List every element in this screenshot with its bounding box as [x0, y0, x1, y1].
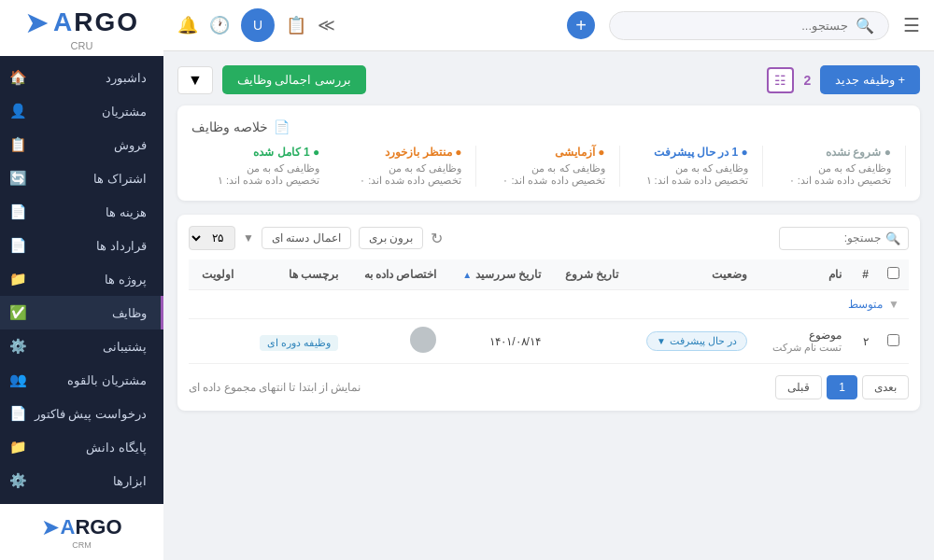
table-toolbar-left: ↻ برون بری اعمال دسته ای ▼ ۲۵ — [189, 226, 443, 250]
summary-col-sub1: وظایفی که به من — [634, 162, 748, 175]
summary-col-sub2: تخصیص داده شده اند: ۰ — [490, 175, 604, 187]
add-button[interactable]: + — [567, 11, 595, 39]
sidebar-item-label-support: پشتیبانی — [34, 340, 147, 354]
logo-crm: CRU — [71, 40, 93, 51]
notification-icon[interactable]: 🔔 — [177, 15, 198, 35]
col-header-2: وضعیت — [628, 259, 757, 290]
bulk-actions-button[interactable]: اعمال دسته ای — [262, 227, 351, 249]
logo: ➤ ARGO CRU — [0, 0, 163, 56]
sidebar-nav: داشبورد 🏠 مشتریان 👤 فروش 📋 اشتراک ها 🔄 ه… — [0, 56, 163, 504]
sidebar-bottom-logo: ➤ ARGO CRM — [0, 504, 163, 560]
sidebar: ➤ ARGO CRU داشبورد 🏠 مشتریان 👤 فروش 📋 اش… — [0, 0, 163, 560]
sidebar-item-contracts[interactable]: قرارداد ها 📄 — [0, 229, 163, 262]
dashboard-icon: 🏠 — [9, 69, 26, 86]
select-all-checkbox[interactable] — [887, 267, 899, 279]
knowledge-icon: 📁 — [9, 439, 26, 455]
sidebar-item-proforma[interactable]: درخواست پیش فاکتور 📄 — [0, 397, 163, 430]
contracts-icon: 📄 — [9, 237, 26, 254]
clipboard-icon[interactable]: 📋 — [286, 15, 306, 35]
sidebar-item-customers[interactable]: مشتریان 👤 — [0, 94, 163, 128]
followup-icon: 👥 — [9, 371, 26, 388]
sidebar-item-label-customers: مشتریان — [34, 105, 147, 119]
search-icon: 🔍 — [856, 17, 874, 35]
table-search-input[interactable] — [787, 231, 881, 245]
summary-col-sub2: تخصیص داده شده اند: ۰ — [347, 175, 461, 187]
pagination-info: نمایش از ابتدا تا انتهای مجموع داده ای — [189, 381, 361, 394]
col-header-4: تاریخ سررسید ▲ — [446, 259, 550, 290]
table-toolbar: 🔍 ↻ برون بری اعمال دسته ای ▼ ۲۵ — [189, 226, 909, 250]
next-page-button[interactable]: بعدی — [862, 375, 909, 399]
summary-col-sub2: تخصیص داده شده اند: ۱ — [205, 175, 319, 187]
chevron-down-icon[interactable]: ▼ — [243, 231, 254, 245]
logo-text: ARGO — [53, 7, 139, 37]
refresh-icon[interactable]: ↻ — [431, 230, 443, 247]
row-checkbox[interactable] — [887, 334, 899, 346]
status-caret-icon: ▼ — [657, 336, 666, 346]
col-header-1: نام — [757, 259, 851, 290]
export-button[interactable]: برون بری — [359, 227, 423, 249]
status-badge[interactable]: در حال پیشرفت ▼ — [646, 331, 747, 351]
badge-number: 2 — [803, 73, 811, 88]
summary-col-sub1: وظایفی که به من — [490, 162, 604, 175]
search-icon-table: 🔍 — [885, 231, 900, 245]
per-page-select[interactable]: ۲۵ — [189, 226, 235, 250]
search-input[interactable] — [624, 19, 848, 33]
assignee-avatar — [410, 327, 436, 353]
clock-icon[interactable]: 🕐 — [209, 15, 230, 35]
share-icon[interactable]: ≪ — [318, 15, 335, 35]
page-1-button[interactable]: 1 — [827, 375, 857, 399]
sidebar-item-followup[interactable]: مشتریان بالقوه 👥 — [0, 363, 163, 397]
pagination-buttons: بعدی 1 قبلی — [775, 375, 909, 399]
filter-button[interactable]: ▼ — [177, 66, 213, 94]
sidebar-item-label-tools: ابزارها — [34, 474, 147, 488]
caret-icon[interactable]: ▼ — [888, 298, 899, 311]
sidebar-item-reports[interactable]: گزارش ها 📊 — [0, 497, 163, 504]
sort-arrow-icon[interactable]: ▲ — [462, 270, 472, 280]
summary-col-title: ● آزمایشی — [490, 146, 604, 159]
tools-icon: ⚙️ — [9, 472, 26, 489]
row-status: در حال پیشرفت ▼ — [628, 319, 757, 364]
row-tag: وظیفه دوره ای — [243, 319, 347, 364]
summary-col-در حال پیشرفت: ● 1 در حال پیشرفت وظایفی که به من تخصیص … — [620, 146, 763, 187]
sidebar-item-tasks[interactable]: وظایف ✅ — [0, 296, 163, 329]
sidebar-item-label-subscriptions: اشتراک ها — [34, 172, 147, 186]
new-task-button[interactable]: + وظیفه جدید — [820, 65, 920, 94]
summary-col-sub1: وظایفی که به من — [777, 162, 891, 175]
summary-col-title: ● 1 کامل شده — [205, 146, 319, 159]
summary-col-sub2: تخصیص داده شده اند: ۰ — [777, 175, 891, 187]
sidebar-item-label-expenses: هزینه ها — [34, 205, 147, 219]
main-content: 🔔 🕐 U 📋 ≪ + 🔍 ☰ + وظیفه جدید 2 ☷ بررس — [163, 0, 934, 560]
customers-icon: 👤 — [9, 103, 26, 119]
overview-button[interactable]: بررسی اجمالی وظایف — [222, 65, 366, 94]
page-content: + وظیفه جدید 2 ☷ بررسی اجمالی وظایف ▼ 📄 … — [163, 51, 934, 560]
pagination: بعدی 1 قبلی نمایش از ابتدا تا انتهای مجم… — [189, 375, 909, 399]
priority-group-row: ▼ متوسط — [189, 290, 909, 319]
prev-page-button[interactable]: قبلی — [775, 375, 822, 399]
sidebar-item-label-followup: مشتریان بالقوه — [34, 373, 147, 387]
sidebar-item-knowledge[interactable]: پایگاه دانش 📁 — [0, 430, 163, 464]
sidebar-item-projects[interactable]: پروژه ها 📁 — [0, 262, 163, 296]
table-row: ۲ موضوع تست نام شرکت در حال پیشرفت ▼ ۱۴۰… — [189, 319, 909, 364]
sidebar-item-label-proforma: درخواست پیش فاکتور — [34, 407, 147, 421]
row-assigned — [347, 319, 446, 364]
sidebar-item-tools[interactable]: ابزارها ⚙️ — [0, 464, 163, 497]
priority-label: متوسط — [848, 298, 883, 311]
sidebar-item-sales[interactable]: فروش 📋 — [0, 128, 163, 161]
sidebar-item-label-contracts: قرارداد ها — [34, 239, 147, 253]
sidebar-item-support[interactable]: پشتیبانی ⚙️ — [0, 329, 163, 363]
grid-view-button[interactable]: ☷ — [767, 67, 794, 93]
logo-arrow: ➤ — [24, 5, 50, 40]
summary-col-sub2: تخصیص داده شده اند: ۱ — [634, 175, 748, 187]
sidebar-item-subscriptions[interactable]: اشتراک ها 🔄 — [0, 161, 163, 195]
summary-col-title: ● شروع نشده — [777, 146, 891, 159]
document-icon: 📄 — [274, 119, 290, 134]
menu-icon[interactable]: ☰ — [903, 14, 920, 36]
support-icon: ⚙️ — [9, 338, 26, 355]
summary-cols: ● شروع نشده وظایفی که به من تخصیص داده ش… — [191, 146, 906, 187]
row-priority — [189, 319, 243, 364]
sidebar-item-expenses[interactable]: هزینه ها 📄 — [0, 195, 163, 229]
search-bar: 🔍 — [609, 11, 889, 40]
subscriptions-icon: 🔄 — [9, 170, 26, 187]
avatar[interactable]: U — [241, 8, 275, 42]
sidebar-item-dashboard[interactable]: داشبورد 🏠 — [0, 61, 163, 94]
